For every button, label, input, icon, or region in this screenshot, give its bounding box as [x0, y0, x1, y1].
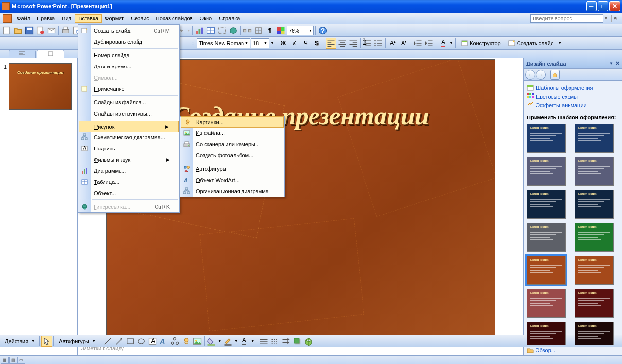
print-icon[interactable]: [60, 25, 71, 36]
menuitem[interactable]: Автофигуры: [180, 163, 284, 174]
draw-actions-button[interactable]: Действия▼: [1, 336, 38, 347]
zoom-select[interactable]: 76%▼: [287, 26, 314, 35]
template-thumbnail[interactable]: Lorem Ipsum: [575, 289, 614, 318]
menuitem[interactable]: Примечание: [78, 83, 179, 94]
slideshow-view-button[interactable]: ▭: [17, 357, 25, 364]
expand-icon[interactable]: [242, 25, 253, 36]
sorter-view-button[interactable]: ▤: [9, 357, 17, 364]
template-thumbnail[interactable]: Lorem Ipsum: [575, 124, 614, 153]
nav-back-button[interactable]: ←: [525, 70, 535, 80]
menuitem[interactable]: Фильмы и звук▶: [78, 154, 179, 165]
increase-font-button[interactable]: A▴: [387, 38, 398, 49]
dash-style-tool[interactable]: [270, 336, 280, 347]
numbering-button[interactable]: 12: [362, 38, 373, 49]
toolbar-overflow[interactable]: ▼: [557, 38, 562, 49]
menuitem[interactable]: Дата и время...: [78, 61, 179, 72]
template-thumbnail[interactable]: Lorem Ipsum: [527, 157, 566, 186]
slides-tab[interactable]: [37, 50, 64, 58]
italic-button[interactable]: К: [289, 38, 300, 49]
diagram-tool[interactable]: [170, 336, 180, 347]
menuitem[interactable]: Картинки...: [181, 116, 284, 128]
shadow-button[interactable]: S: [311, 38, 322, 49]
oval-tool[interactable]: [136, 336, 147, 347]
outline-tab[interactable]: [9, 50, 36, 58]
template-thumbnail[interactable]: Lorem Ipsum: [575, 322, 614, 345]
line-color-dropdown[interactable]: ▼: [234, 336, 239, 347]
menuitem[interactable]: Из файла...: [180, 127, 284, 138]
menu-вставка[interactable]: Вставка: [75, 14, 102, 23]
template-thumbnail[interactable]: Lorem Ipsum: [527, 322, 566, 345]
font-name-select[interactable]: Times New Roman▼: [197, 38, 250, 48]
menuitem[interactable]: Таблица...: [78, 176, 179, 187]
slide-thumbnail[interactable]: 1 Создание презентации: [4, 63, 73, 110]
open-icon[interactable]: [13, 25, 23, 36]
menuitem[interactable]: Со сканера или камеры...: [180, 138, 284, 149]
chart-icon[interactable]: [194, 25, 205, 36]
menuitem[interactable]: Номер слайда: [78, 50, 179, 61]
help-icon[interactable]: ?: [317, 25, 328, 36]
hyperlink-icon[interactable]: [228, 25, 239, 36]
clipart-tool[interactable]: [181, 336, 191, 347]
save-icon[interactable]: [24, 25, 35, 36]
toolbar-handle[interactable]: ⋮: [190, 38, 196, 49]
underline-button[interactable]: Ч: [300, 38, 311, 49]
fill-color-dropdown[interactable]: ▼: [217, 336, 222, 347]
taskpane-menu-button[interactable]: ▼: [609, 61, 613, 66]
bold-button[interactable]: Ж: [278, 38, 289, 49]
menuitem[interactable]: Слайды из файлов...: [78, 97, 179, 108]
menu-сервис[interactable]: Сервис: [127, 14, 153, 23]
menuitem[interactable]: Рисунок▶: [79, 121, 179, 132]
grid-icon[interactable]: [253, 25, 264, 36]
close-button[interactable]: ✕: [609, 1, 620, 11]
font-color-button[interactable]: A: [438, 38, 449, 49]
taskpane-link[interactable]: Эффекты анимации: [527, 101, 619, 110]
line-tool[interactable]: [103, 336, 113, 347]
tables-borders-icon[interactable]: [217, 25, 227, 36]
normal-view-button[interactable]: ▦: [1, 357, 9, 364]
align-left-button[interactable]: [326, 38, 336, 49]
nav-home-button[interactable]: [550, 70, 560, 80]
menuitem[interactable]: Схематическая диаграмма...: [78, 132, 179, 143]
nav-forward-button[interactable]: →: [536, 70, 546, 80]
font-color-tool[interactable]: A: [239, 336, 250, 347]
align-right-button[interactable]: [348, 38, 359, 49]
menu-окно[interactable]: Окно: [196, 14, 216, 23]
align-center-button[interactable]: [337, 38, 347, 49]
menu-справка[interactable]: Справка: [215, 14, 243, 23]
new-slide-button[interactable]: Создать слайд: [504, 38, 557, 49]
menuitem[interactable]: Диаграмма...: [78, 165, 179, 176]
template-thumbnail[interactable]: Lorem Ipsum: [527, 190, 566, 219]
menu-вид[interactable]: Вид: [58, 14, 75, 23]
menuitem[interactable]: AОбъект WordArt...: [180, 174, 284, 185]
menuitem[interactable]: Создать фотоальбом...: [180, 149, 284, 161]
menu-файл[interactable]: Файл: [14, 14, 34, 23]
permission-icon[interactable]: [35, 25, 46, 36]
picture-tool[interactable]: [192, 336, 203, 347]
font-color-tool-dropdown[interactable]: ▼: [250, 336, 255, 347]
shadow-tool[interactable]: [292, 336, 303, 347]
wordart-tool[interactable]: A: [158, 336, 169, 347]
template-thumbnail[interactable]: Lorem Ipsum: [575, 223, 614, 252]
autoshapes-button[interactable]: Автофигуры▼: [55, 336, 99, 347]
help-question-box[interactable]: [530, 14, 603, 23]
menu-правка[interactable]: Правка: [34, 14, 58, 23]
select-arrow-button[interactable]: [41, 336, 52, 347]
menuitem[interactable]: Создать слайдCtrl+M: [78, 25, 179, 36]
table-icon[interactable]: [206, 25, 216, 36]
rect-tool[interactable]: [125, 336, 136, 347]
template-thumbnail[interactable]: Lorem Ipsum: [527, 124, 566, 153]
template-thumbnail[interactable]: Lorem Ipsum: [575, 256, 614, 285]
mdi-close-button[interactable]: ✕: [611, 15, 619, 22]
menu-формат[interactable]: Формат: [102, 14, 127, 23]
redo-dropdown[interactable]: ▼: [186, 25, 191, 36]
taskpane-link[interactable]: Цветовые схемы: [527, 92, 619, 101]
menuitem[interactable]: Организационная диаграмма: [180, 185, 284, 197]
increase-indent-button[interactable]: [424, 38, 434, 49]
textbox-tool[interactable]: A: [147, 336, 158, 347]
bullets-button[interactable]: [373, 38, 384, 49]
taskpane-close-button[interactable]: ✕: [615, 60, 620, 66]
3d-tool[interactable]: [303, 336, 314, 347]
menuitem[interactable]: Дублировать слайд: [78, 36, 179, 47]
font-color-dropdown[interactable]: ▼: [449, 38, 454, 49]
designer-button[interactable]: Конструктор: [457, 38, 504, 49]
